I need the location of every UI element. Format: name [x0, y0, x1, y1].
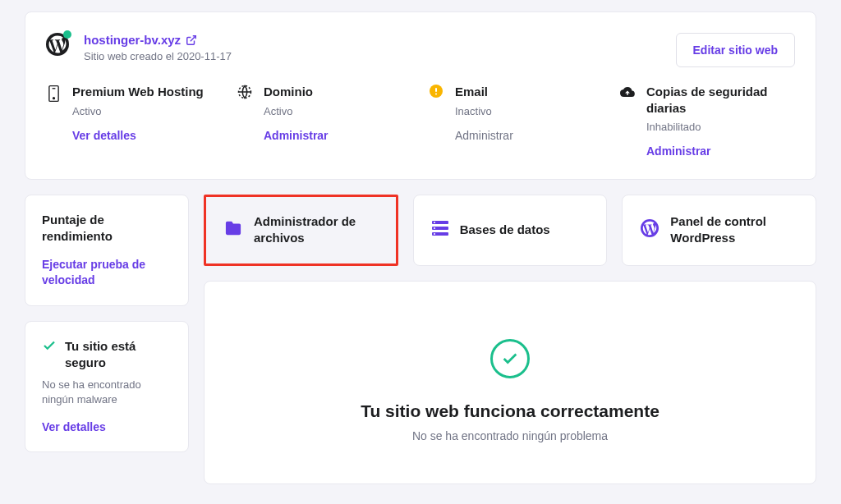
wordpress-icon [641, 219, 659, 241]
service-email: Email Inactivo Administrar [429, 84, 604, 158]
tile-wordpress[interactable]: Panel de control WordPress [622, 195, 816, 266]
site-header-left: hostinger-bv.xyz Sitio web creado el 202… [46, 33, 232, 62]
globe-icon [237, 85, 252, 99]
email-manage-link[interactable]: Administrar [455, 129, 513, 142]
status-dot-icon [63, 30, 71, 39]
svg-line-1 [191, 35, 195, 40]
folder-icon [224, 220, 242, 240]
database-icon [432, 221, 448, 239]
service-hosting: Premium Web Hosting Activo Ver detalles [46, 84, 221, 158]
status-title: Tu sitio web funciona correctamente [229, 401, 791, 421]
security-title: Tu sitio está seguro [65, 338, 172, 372]
tiles-row: Administrador de archivos Bases de datos… [204, 195, 816, 266]
check-circle-icon [490, 339, 530, 378]
svg-point-12 [434, 222, 435, 223]
domain-name: hostinger-bv.xyz [84, 33, 181, 47]
tile-label: Administrador de archivos [254, 213, 378, 247]
performance-title: Puntaje de rendimiento [42, 212, 172, 245]
service-backup: Copias de seguridad diarias Inhabilitado… [620, 84, 795, 158]
svg-point-4 [53, 98, 54, 99]
tile-databases[interactable]: Bases de datos [413, 195, 608, 266]
svg-rect-7 [435, 88, 437, 92]
left-column: Puntaje de rendimiento Ejecutar prueba d… [25, 195, 189, 484]
check-icon [42, 338, 57, 353]
wordpress-logo-icon [46, 33, 69, 59]
svg-point-14 [434, 233, 435, 235]
service-domain: Dominio Activo Administrar [237, 84, 412, 158]
site-overview-card: hostinger-bv.xyz Sitio web creado el 202… [25, 11, 816, 180]
security-details-link[interactable]: Ver detalles [42, 419, 106, 436]
security-subtitle: No se ha encontrado ningún malware [42, 378, 172, 407]
service-title: Email [455, 84, 513, 100]
run-speedtest-link[interactable]: Ejecutar prueba de velocidad [42, 257, 172, 289]
service-title: Copias de seguridad diarias [646, 84, 795, 116]
external-link-icon [186, 34, 197, 46]
server-icon [46, 85, 61, 103]
svg-point-13 [434, 227, 435, 229]
security-card: Tu sitio está seguro No se ha encontrado… [25, 321, 189, 452]
services-row: Premium Web Hosting Activo Ver detalles … [46, 84, 795, 158]
service-status: Inhabilitado [646, 121, 795, 133]
site-created-label: Sitio web creado el 2020-11-17 [84, 50, 232, 62]
service-title: Dominio [264, 84, 329, 100]
site-status-card: Tu sitio web funciona correctamente No s… [204, 281, 816, 484]
tile-label: Bases de datos [460, 222, 550, 238]
site-header: hostinger-bv.xyz Sitio web creado el 202… [46, 33, 795, 84]
main-content: Puntaje de rendimiento Ejecutar prueba d… [25, 195, 816, 484]
warning-icon [429, 85, 443, 98]
tile-filemanager[interactable]: Administrador de archivos [204, 195, 398, 266]
backup-manage-link[interactable]: Administrar [646, 144, 711, 158]
service-title: Premium Web Hosting [72, 84, 204, 100]
performance-card: Puntaje de rendimiento Ejecutar prueba d… [25, 195, 189, 306]
right-column: Administrador de archivos Bases de datos… [204, 195, 816, 484]
cloud-upload-icon [620, 85, 635, 99]
status-subtitle: No se ha encontrado ningún problema [229, 429, 791, 442]
tile-label: Panel de control WordPress [670, 213, 797, 247]
service-status: Activo [72, 105, 204, 117]
edit-website-button[interactable]: Editar sitio web [676, 33, 795, 67]
service-status: Activo [264, 105, 329, 117]
hosting-details-link[interactable]: Ver detalles [72, 129, 136, 142]
svg-point-8 [435, 94, 437, 95]
service-status: Inactivo [455, 105, 513, 117]
domain-link[interactable]: hostinger-bv.xyz [84, 33, 232, 47]
domain-manage-link[interactable]: Administrar [264, 129, 329, 142]
